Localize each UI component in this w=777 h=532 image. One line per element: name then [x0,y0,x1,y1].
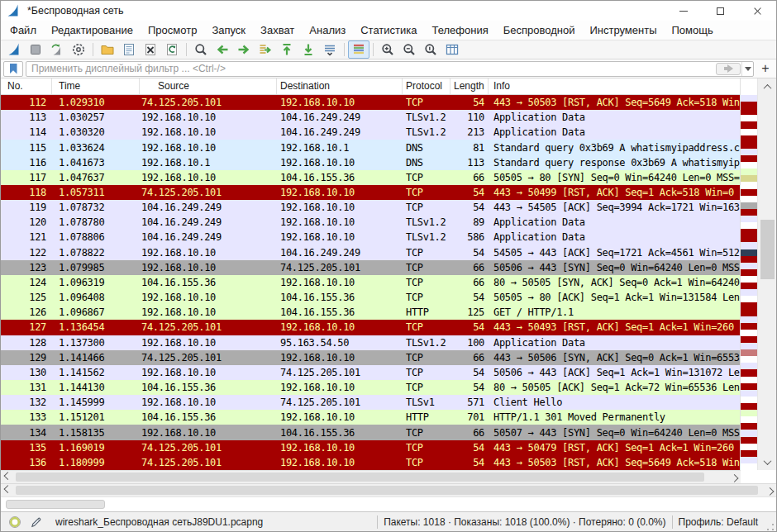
capture-options-button[interactable] [68,40,89,59]
filter-bookmark-button[interactable] [3,61,23,77]
zoom-out-button[interactable] [398,40,420,59]
display-filter-input[interactable] [26,62,716,76]
hscroll-thumb[interactable] [16,473,704,482]
scroll-right-button[interactable] [727,471,741,483]
packet-row-135[interactable]: 1351.16901974.125.205.101192.168.10.10TC… [1,440,740,455]
packet-row-122[interactable]: 1221.078822192.168.10.10104.16.249.249TC… [1,245,740,260]
filter-history-dropdown[interactable] [741,62,753,76]
scroll-up-button[interactable] [758,80,776,93]
packet-row-125[interactable]: 1251.096408192.168.10.10104.16.155.36TCP… [1,290,740,305]
packet-row-124[interactable]: 1241.096319104.16.155.36192.168.10.10TCP… [1,275,740,290]
column-header-info[interactable]: Info [489,78,740,94]
cell-no: 119 [1,202,52,213]
packet-row-126[interactable]: 1261.096867192.168.10.10104.16.155.36HTT… [1,305,740,320]
packet-row-128[interactable]: 1281.137300192.168.10.1095.163.54.50TLSv… [1,335,740,350]
close-file-button[interactable] [140,40,161,59]
cell-len: 110 [450,112,489,123]
apply-filter-button[interactable] [716,63,741,75]
cell-len: 54 [450,321,489,333]
find-packet-button[interactable] [190,40,212,59]
stop-capture-button[interactable] [25,40,46,59]
go-back-button[interactable] [212,40,233,59]
go-first-button[interactable] [276,40,298,59]
open-file-button[interactable] [97,40,118,59]
column-header-src[interactable]: Source [140,78,277,94]
packet-row-134[interactable]: 1341.158135192.168.10.10104.16.155.36TCP… [1,425,740,439]
packet-list-hscrollbar[interactable] [1,470,741,483]
menu-item-7[interactable]: Телефония [424,21,495,40]
hscroll-track[interactable] [14,471,727,483]
packet-row-114[interactable]: 1141.030320192.168.10.10104.16.249.249TL… [1,125,740,140]
close-button[interactable] [739,1,776,21]
cell-time: 1.096867 [52,306,140,318]
auto-scroll-button[interactable] [319,40,341,59]
menu-item-4[interactable]: Захват [253,21,302,40]
packet-row-118[interactable]: 1181.05731174.125.205.101192.168.10.10TC… [1,185,740,200]
capture-comment-button[interactable] [29,515,44,530]
minimap-stripe [741,289,757,296]
profile-button[interactable]: Профиль: Default [679,516,767,528]
menu-item-2[interactable]: Просмотр [141,21,204,40]
secondary-hscrollbar[interactable] [1,483,776,496]
resize-columns-button[interactable] [441,40,463,59]
vertical-scrollbar[interactable] [757,78,776,470]
save-file-button[interactable] [118,40,140,59]
packet-row-132[interactable]: 1321.145999192.168.10.1074.125.205.101TL… [1,395,740,410]
zoom-in-button[interactable] [377,40,398,59]
detail-pane-scroll-thumb[interactable] [6,500,105,509]
column-header-len[interactable]: Length [450,78,489,94]
packet-row-113[interactable]: 1131.030257192.168.10.10104.16.249.249TL… [1,110,740,125]
go-last-button[interactable] [298,40,319,59]
column-header-proto[interactable]: Protocol [403,78,450,94]
bookmark-icon [10,64,17,74]
cell-len: 66 [450,427,489,439]
colorize-button[interactable] [348,40,369,59]
intelligent-scrollbar-minimap[interactable] [740,78,757,470]
menu-item-9[interactable]: Инструменты [582,21,664,40]
column-header-time[interactable]: Time [52,78,140,94]
maximize-button[interactable] [702,1,739,21]
packet-row-115[interactable]: 1151.033624192.168.10.10192.168.10.1DNS8… [1,140,740,154]
scroll-down-button[interactable] [758,455,776,468]
packet-row-127[interactable]: 1271.13645474.125.205.101192.168.10.10TC… [1,320,740,335]
zoom-original-button[interactable] [420,40,441,59]
packet-row-120[interactable]: 1201.078780104.16.249.249192.168.10.10TL… [1,215,740,230]
packet-row-121[interactable]: 1211.078806104.16.249.249192.168.10.10TL… [1,230,740,245]
column-header-dst[interactable]: Destination [277,78,403,94]
packet-row-133[interactable]: 1331.151201104.16.155.36192.168.10.10HTT… [1,410,740,425]
minimize-button[interactable] [665,1,702,21]
packet-row-136[interactable]: 1361.18099974.125.205.101192.168.10.10TC… [1,455,740,470]
packet-row-116[interactable]: 1161.041673192.168.10.1192.168.10.10DNS1… [1,155,740,170]
go-to-packet-button[interactable] [255,40,276,59]
resize-grip[interactable] [766,523,775,531]
menu-item-10[interactable]: Помощь [665,21,721,40]
menu-item-0[interactable]: Файл [2,21,44,40]
packet-row-129[interactable]: 1291.14146674.125.205.101192.168.10.10TC… [1,350,740,365]
add-filter-button[interactable]: + [757,61,774,77]
packet-row-131[interactable]: 1311.144130104.16.155.36192.168.10.10TCP… [1,380,740,395]
menu-item-1[interactable]: Редактирование [44,21,141,40]
packet-row-119[interactable]: 1191.078732104.16.249.249192.168.10.10TC… [1,200,740,215]
hscroll-track-2[interactable] [14,484,763,496]
go-forward-button[interactable] [233,40,255,59]
column-header-no[interactable]: No. [1,78,52,94]
packet-row-117[interactable]: 1171.047637192.168.10.10104.16.155.36TCP… [1,170,740,185]
expert-info-button[interactable] [7,515,22,530]
packet-row-112[interactable]: 1121.02931074.125.205.101192.168.10.10TC… [1,95,740,110]
scroll-left-button[interactable] [1,471,14,483]
hscroll-thumb-2[interactable] [16,486,758,495]
packet-row-123[interactable]: 1231.079985192.168.10.1074.125.205.101TC… [1,260,740,275]
cell-proto: TLSv1.2 [403,216,450,228]
menu-item-8[interactable]: Беспроводной [496,21,583,40]
scroll-left-button-2[interactable] [1,484,14,496]
restart-capture-button[interactable] [46,40,68,59]
reload-file-button[interactable] [161,40,183,59]
collapsed-detail-pane [1,496,776,511]
menu-item-6[interactable]: Статистика [353,21,424,40]
menu-item-5[interactable]: Анализ [302,21,353,40]
menu-item-3[interactable]: Запуск [204,21,253,40]
scroll-right-button-2[interactable] [763,484,776,496]
vertical-scroll-thumb[interactable] [760,220,775,279]
packet-row-130[interactable]: 1301.141562192.168.10.1074.125.205.101TC… [1,365,740,380]
start-capture-button[interactable] [3,40,25,59]
